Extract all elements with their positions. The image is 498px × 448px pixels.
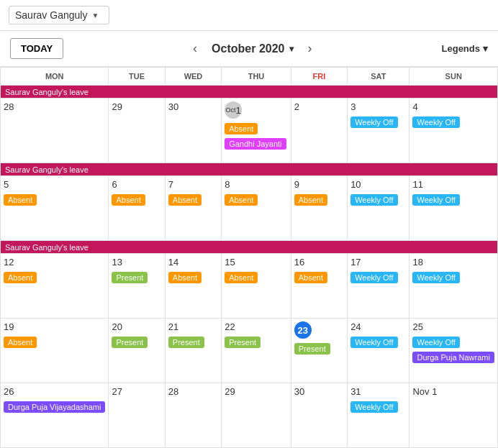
dropdown-arrow: ▼ [91,12,99,19]
calendar-cell-w3d4[interactable]: 23Present [291,319,347,383]
next-month-button[interactable]: › [304,40,317,58]
calendar-cell-w3d6[interactable]: 25Weekly OffDurga Puja Nawrami [409,319,498,383]
tag-weekly-off: Weekly Off [350,337,397,348]
day-number: 28 [168,386,218,397]
tag-present: Present [225,337,261,348]
day-number: Oct1 [225,101,242,119]
calendar-cell-w1d2[interactable]: 7Absent [165,176,221,241]
tag-weekly-off: Weekly Off [350,401,397,413]
calendar-cell-w1d0[interactable]: 5Absent [1,176,109,241]
tag-present: Present [168,337,204,348]
calendar-cell-w2d1[interactable]: 13Present [109,254,165,319]
tag-absent: Absent [4,272,37,283]
tag-absent: Absent [225,194,258,206]
tag-absent: Absent [168,194,202,206]
calendar-cell-w1d1[interactable]: 6Absent [109,176,165,241]
tag-weekly-off: Weekly Off [412,116,459,128]
today-button[interactable]: TODAY [10,38,63,59]
day-number: 13 [112,257,161,268]
calendar-cell-w0d0[interactable]: 28 [1,99,109,163]
col-header-tue: TUE [109,68,165,86]
calendar-cell-w0d1[interactable]: 29 [109,99,165,163]
calendar-cell-w4d3[interactable]: 29 [222,383,291,448]
calendar-cell-w2d4[interactable]: 16Absent [291,254,347,319]
calendar-cell-w4d1[interactable]: 27 [109,383,165,448]
prev-month-button[interactable]: ‹ [189,40,202,58]
month-dropdown-arrow[interactable]: ▾ [289,44,294,54]
day-number: 17 [350,257,406,268]
calendar-cell-w2d5[interactable]: 17Weekly Off [348,254,409,319]
day-number: 18 [412,257,494,268]
day-number: 4 [412,101,494,112]
calendar-cell-w3d5[interactable]: 24Weekly Off [348,319,409,383]
calendar-cell-w4d6[interactable]: Nov 1 [409,383,498,448]
calendar-cell-w0d3[interactable]: Oct1AbsentGandhi Jayanti [222,99,291,163]
tag-absent: Absent [225,123,258,134]
calendar-cell-w3d1[interactable]: 20Present [109,319,165,383]
tag-absent: Absent [294,272,327,283]
leave-band-week-2: Saurav Ganguly's leave [1,241,498,254]
day-number: 11 [412,179,494,190]
tag-gandhi: Gandhi Jayanti [225,138,286,150]
day-number: 24 [350,321,406,332]
day-number: 30 [168,101,218,112]
calendar-cell-w0d5[interactable]: 3Weekly Off [348,99,409,163]
calendar-cell-w1d3[interactable]: 8Absent [222,176,291,241]
day-number: 26 [4,386,105,397]
day-number: 5 [4,179,105,190]
day-number: 2 [294,101,344,112]
calendar-cell-w4d4[interactable]: 30 [291,383,347,448]
leave-band-week-1: Saurav Ganguly's leave [1,163,498,176]
calendar-cell-w2d2[interactable]: 14Absent [165,254,221,319]
day-number: 29 [225,386,288,397]
day-number: 14 [168,257,218,268]
tag-holiday: Durga Puja Nawrami [412,352,494,363]
tag-weekly-off: Weekly Off [412,272,459,283]
tag-absent: Absent [4,194,37,206]
employee-dropdown[interactable]: Saurav Ganguly ▼ [9,6,109,24]
legends-dropdown[interactable]: Legends ▾ [442,43,488,54]
day-number: 3 [350,101,406,112]
calendar-cell-w4d0[interactable]: 26Durga Puja Vijayadashami [1,383,109,448]
tag-present: Present [294,343,330,355]
day-number: 10 [350,179,406,190]
calendar-cell-w4d2[interactable]: 28 [165,383,221,448]
tag-weekly-off: Weekly Off [412,337,459,348]
calendar-cell-w0d6[interactable]: 4Weekly Off [409,99,498,163]
calendar-cell-w3d3[interactable]: 22Present [222,319,291,383]
day-number: 27 [112,386,161,397]
calendar-cell-w1d4[interactable]: 9Absent [291,176,347,241]
day-number: 29 [112,101,161,112]
tag-present: Present [112,272,148,283]
tag-absent: Absent [112,194,145,206]
calendar-cell-w0d2[interactable]: 30 [165,99,221,163]
calendar-cell-w4d5[interactable]: 31Weekly Off [348,383,409,448]
col-header-sun: SUN [409,68,498,86]
calendar-cell-w2d0[interactable]: 12Absent [1,254,109,319]
calendar-cell-w2d6[interactable]: 18Weekly Off [409,254,498,319]
calendar-cell-w3d0[interactable]: 19Absent [1,319,109,383]
calendar-cell-w2d3[interactable]: 15Absent [222,254,291,319]
day-number: 20 [112,321,161,332]
day-number: 9 [294,179,344,190]
day-number: 12 [4,257,105,268]
day-number: 28 [4,101,105,112]
tag-present: Present [112,337,148,348]
calendar-cell-w0d4[interactable]: 2 [291,99,347,163]
tag-absent: Absent [168,272,202,283]
legends-dropdown-arrow: ▾ [483,43,488,54]
day-number: 16 [294,257,344,268]
month-title: October 2020 ▾ [212,42,293,55]
employee-name: Saurav Ganguly [15,9,87,21]
calendar-cell-w1d5[interactable]: 10Weekly Off [348,176,409,241]
day-number: 21 [168,321,218,332]
day-number: 22 [225,321,288,332]
calendar-header: TODAY ‹ October 2020 ▾ › Legends ▾ [0,31,498,67]
day-number: 7 [168,179,218,190]
top-bar: Saurav Ganguly ▼ [0,0,498,31]
calendar-cell-w3d2[interactable]: 21Present [165,319,221,383]
calendar-grid: MONTUEWEDTHUFRISATSUN Saurav Ganguly's l… [0,67,498,448]
calendar-cell-w1d6[interactable]: 11Weekly Off [409,176,498,241]
day-number: 30 [294,386,344,397]
day-number: 31 [350,386,406,397]
